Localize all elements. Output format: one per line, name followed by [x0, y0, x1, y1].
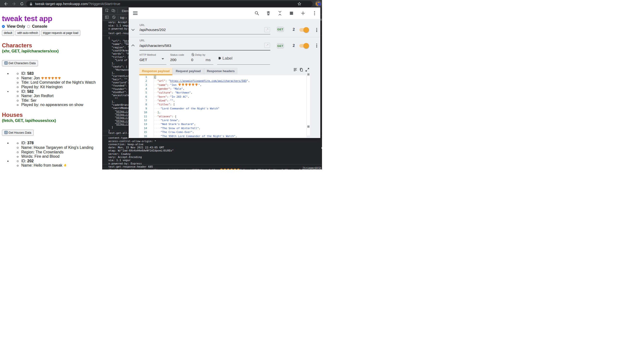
- editor-scrollbar[interactable]: [306, 73, 310, 136]
- reload-icon[interactable]: [20, 2, 24, 6]
- console-text: ],: [108, 72, 115, 74]
- collapse-all-icon[interactable]: [278, 11, 282, 16]
- code-token: Lord: [178, 135, 184, 138]
- item-field: Played by: Kit Harington: [21, 85, 100, 90]
- radio-selected[interactable]: [2, 25, 5, 28]
- code-token: 283: [176, 95, 181, 98]
- preset-button[interactable]: trigger requests at page load: [41, 30, 80, 36]
- clear-console-icon[interactable]: [112, 16, 116, 20]
- rule-enabled-toggle[interactable]: [300, 44, 308, 48]
- console-text: test-get-response-header 685: [108, 165, 153, 168]
- tab-request-payload[interactable]: Request payload: [172, 68, 204, 74]
- radio-label: Console: [32, 24, 47, 28]
- console-drawer-icon[interactable]: [105, 16, 109, 20]
- more-vertical-icon[interactable]: [312, 11, 317, 16]
- menu-icon[interactable]: [133, 12, 138, 15]
- line-number: 16: [139, 134, 154, 138]
- code-token: ,: [191, 91, 192, 94]
- url-field-value[interactable]: /api/houses/202: [140, 28, 166, 32]
- code-line: 5··"culture":·"Northmen",: [139, 91, 306, 95]
- back-icon[interactable]: [4, 2, 8, 6]
- console-text: etag: W/"2ad-0Xn4xH4e6AeNf2dIdpoeLt8iREo…: [108, 149, 174, 152]
- url-field-value[interactable]: /api/characters/583: [140, 44, 171, 48]
- tab-response-payload[interactable]: Response payload: [139, 68, 172, 74]
- address-bar[interactable]: tweak-target-app.herokuapp.com/?triggerA…: [26, 1, 312, 7]
- regex-toggle-button[interactable]: .*: [264, 27, 270, 32]
- console-text: "cadetBranc: [108, 104, 129, 106]
- code-token: of: [202, 135, 205, 138]
- get-data-button[interactable]: Get Characters Data: [2, 60, 38, 66]
- scrollbar-thumb[interactable]: [307, 126, 310, 128]
- preset-button[interactable]: default: [2, 30, 14, 36]
- line-number: 2: [139, 79, 154, 83]
- line-number: 7: [139, 99, 154, 103]
- collapse-rule-icon[interactable]: [131, 44, 135, 47]
- label-input-placeholder[interactable]: Label: [222, 56, 232, 61]
- code-content: ··"died":·"",: [154, 99, 175, 103]
- console-link[interactable]: https://: [116, 113, 129, 116]
- whitespace-dots: ·: [184, 135, 186, 138]
- web-page: tweak test app View OnlyConsole defaultw…: [0, 8, 102, 170]
- code-content: ··"gender":·"Male",: [154, 87, 184, 91]
- console-text: "": [108, 97, 118, 100]
- pizza-emoji: [233, 168, 237, 170]
- console-link[interactable]: htt: [124, 40, 129, 42]
- code-content: ····"Lord·Snow",: [154, 118, 180, 122]
- code-content: {: [154, 75, 156, 79]
- delete-sweep-icon[interactable]: [266, 11, 271, 16]
- toolbar-divider: [118, 16, 118, 20]
- whitespace-dots: ·: [196, 107, 197, 110]
- code-content: ····"The·Crow-Come-Over",: [154, 130, 194, 134]
- rule-menu-icon[interactable]: [316, 28, 318, 32]
- preset-button[interactable]: with auto-refresh: [16, 30, 40, 36]
- bookmark-star-icon[interactable]: [298, 2, 301, 6]
- code-token: ,: [192, 130, 194, 134]
- http-method-value[interactable]: GET: [140, 58, 147, 62]
- item-field: Words: Fire and Blood: [21, 154, 100, 159]
- inspect-cursor-icon[interactable]: [105, 9, 109, 13]
- status-code-input[interactable]: 200: [170, 58, 176, 62]
- code-token: ,: [248, 79, 250, 82]
- line-number: 5: [139, 91, 154, 95]
- forward-icon[interactable]: [12, 2, 16, 6]
- console-link[interactable]: https://anapioficeandfire.com/api/charac…: [121, 168, 198, 170]
- console-text: "ancestralW: [108, 94, 129, 97]
- response-payload-editor[interactable]: 1{2··"url":·"https://anapioficeandfire.c…: [139, 75, 306, 138]
- console-context-selector[interactable]: top ▼: [120, 16, 127, 20]
- get-data-button[interactable]: Get Houses Data: [2, 130, 34, 136]
- console-message: {"url":"https://anapioficeandfire.com/ap…: [108, 168, 322, 170]
- console-text: "words": "R: [108, 52, 129, 55]
- expand-rule-icon[interactable]: [131, 28, 135, 32]
- console-link[interactable]: https://: [116, 122, 129, 126]
- method-dropdown-arrow[interactable]: [162, 58, 164, 60]
- rule-menu-icon[interactable]: [316, 44, 318, 47]
- code-token: "Ned: [161, 122, 167, 126]
- console-link[interactable]: https://: [116, 110, 129, 113]
- console-link[interactable]: https://: [116, 116, 129, 119]
- expand-icon[interactable]: [306, 68, 309, 72]
- code-line: 1{: [139, 75, 306, 79]
- search-icon[interactable]: [254, 11, 259, 16]
- regex-toggle-button[interactable]: .*: [264, 43, 270, 48]
- cursor-bracket: {: [154, 76, 156, 78]
- copy-icon[interactable]: [300, 68, 303, 72]
- whitespace-dots: ·: [172, 87, 174, 90]
- add-icon[interactable]: [300, 11, 306, 16]
- radio-unselected[interactable]: [27, 25, 30, 28]
- scrollbar-thumb[interactable]: [307, 73, 310, 76]
- console-link[interactable]: https://: [116, 120, 129, 122]
- tweak-extension-icon[interactable]: [315, 0, 322, 7]
- console-line: access-control-allow-origin: *: [108, 140, 322, 143]
- whitespace-dots: ·: [205, 135, 207, 138]
- whitespace-dots: ·: [175, 95, 176, 98]
- console-line: server: Cowboy: [108, 152, 322, 156]
- delay-input[interactable]: 0: [191, 58, 193, 62]
- tab-response-headers[interactable]: Response headers: [204, 68, 238, 74]
- code-token: :: [167, 95, 168, 98]
- device-toolbar-icon[interactable]: [112, 9, 115, 13]
- rule-enabled-toggle[interactable]: [300, 28, 308, 32]
- list-item: ID: 378Name: House Targaryen of King's L…: [2, 141, 100, 159]
- wrap-text-icon[interactable]: [294, 68, 297, 72]
- stop-square-icon[interactable]: [289, 11, 294, 16]
- code-token: of: [186, 107, 189, 110]
